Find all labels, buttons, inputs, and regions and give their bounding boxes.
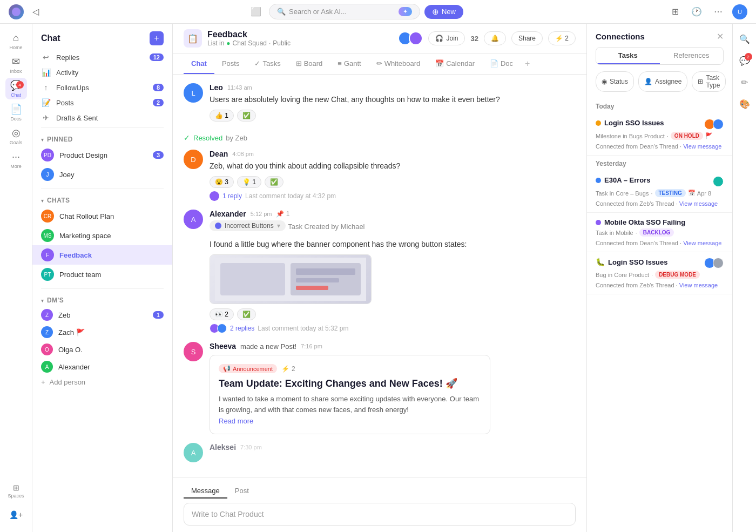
conn-card-e30a-header: E30A – Errors bbox=[596, 176, 724, 187]
grid-icon[interactable]: ⊞ bbox=[667, 4, 683, 19]
filter-status[interactable]: ◉ Status bbox=[596, 71, 634, 92]
dean-reply-info[interactable]: 1 reply Last comment today at 4:32 pm bbox=[210, 191, 576, 201]
task-tag[interactable]: Incorrect Buttons ▾ bbox=[210, 220, 286, 231]
user-avatar[interactable]: U bbox=[732, 4, 747, 19]
visibility-label: Public bbox=[273, 39, 291, 47]
zeb-avatar: Z bbox=[41, 309, 53, 321]
channel-info: Feedback List in ● Chat Squad · Public bbox=[207, 30, 291, 47]
tab-calendar[interactable]: 📅 Calendar bbox=[428, 54, 482, 74]
add-tab-button[interactable]: + bbox=[521, 53, 534, 74]
sidebar-item-goals[interactable]: ◎ Goals bbox=[5, 125, 27, 147]
resolved-by: by Zeb bbox=[226, 134, 247, 142]
input-tab-post[interactable]: Post bbox=[227, 484, 256, 499]
svg-rect-2 bbox=[220, 263, 285, 295]
sidebar-item-activity[interactable]: 📊 Activity bbox=[32, 65, 172, 80]
sidebar-item-spaces[interactable]: ⊞ Spaces bbox=[5, 480, 27, 502]
reaction-check3[interactable]: ✅ bbox=[237, 308, 256, 320]
action-palette-button[interactable]: 🎨 bbox=[736, 95, 753, 112]
sidebar-item-docs[interactable]: 📄 Docs bbox=[5, 102, 27, 123]
app-logo[interactable] bbox=[9, 4, 24, 19]
sidebar-item-home[interactable]: ⌂ Home bbox=[5, 30, 27, 52]
action-search-button[interactable]: 🔍 bbox=[736, 30, 753, 48]
filter-assignee[interactable]: 👤 Assignee bbox=[638, 71, 687, 92]
sidebar-item-inbox[interactable]: ✉ Inbox bbox=[5, 54, 27, 76]
filter-task-type[interactable]: ⊞ Task Type bbox=[692, 71, 726, 92]
tab-board[interactable]: ⊞ Board bbox=[288, 54, 330, 74]
chat-badge: 4 bbox=[16, 81, 24, 89]
pinned-header[interactable]: ▾ Pinned bbox=[32, 132, 172, 145]
action-chat-button[interactable]: 💬 2 bbox=[736, 52, 753, 69]
sheeva-meta: made a new Post! bbox=[240, 342, 296, 351]
follow-button[interactable]: ⚡ 2 bbox=[548, 31, 576, 45]
dean-msg-avatar: D bbox=[184, 150, 203, 169]
docs-icon: 📄 bbox=[10, 103, 22, 115]
reaction-eyes[interactable]: 😮 3 bbox=[210, 176, 234, 188]
tab-gantt[interactable]: ≡ Gantt bbox=[330, 54, 368, 74]
notification-button[interactable]: 🔔 bbox=[484, 31, 506, 45]
dms-header[interactable]: ▾ DM's bbox=[32, 293, 172, 306]
back-btn[interactable]: ◁ bbox=[28, 4, 43, 19]
tab-tasks[interactable]: ✓ Tasks bbox=[247, 54, 288, 74]
apps-icon[interactable]: ⋯ bbox=[711, 4, 726, 19]
chats-header[interactable]: ▾ Chats bbox=[32, 193, 172, 206]
chat-input-area: Message Post Write to Chat Product bbox=[173, 477, 586, 532]
add-person-button[interactable]: + Add person bbox=[32, 375, 172, 389]
add-chat-button[interactable]: + bbox=[150, 31, 164, 45]
message-dean: D Dean 4:08 pm Zeb, what do you think ab… bbox=[184, 150, 576, 201]
connections-close-button[interactable]: ✕ bbox=[717, 31, 724, 42]
dm-item-zeb[interactable]: Z Zeb 1 bbox=[32, 306, 172, 324]
sidebar-item-chat[interactable]: 4 💬 Chat bbox=[5, 78, 27, 99]
alexander-msg-avatar: A bbox=[184, 210, 203, 229]
search-bar[interactable]: 🔍 Search or Ask AI... ✦ bbox=[269, 4, 420, 19]
pinned-item-joey[interactable]: J Joey bbox=[32, 165, 172, 184]
posts-icon: 📝 bbox=[41, 98, 51, 107]
reaction-check2[interactable]: ✅ bbox=[265, 176, 284, 188]
reaction-bulb[interactable]: 💡 1 bbox=[237, 176, 261, 188]
read-more-link[interactable]: Read more bbox=[219, 417, 481, 425]
sidebar-item-drafts[interactable]: ✈ Drafts & Sent bbox=[32, 110, 172, 125]
e30a-av1 bbox=[713, 176, 724, 187]
dm-item-zach[interactable]: Z Zach 🚩 bbox=[32, 324, 172, 341]
conn-tab-references[interactable]: References bbox=[660, 48, 724, 64]
home-label: Home bbox=[9, 45, 22, 50]
chat-item-marketing[interactable]: MS Marketing space bbox=[32, 226, 172, 245]
reaction-eyes2[interactable]: 👀 2 bbox=[210, 308, 234, 320]
conn-tab-tasks[interactable]: Tasks bbox=[596, 48, 660, 64]
sidebar-item-more[interactable]: ··· More bbox=[5, 149, 27, 171]
e30a-view-message[interactable]: View message bbox=[679, 200, 718, 207]
leo-msg-content: Leo 11:43 am Users are absolutely loving… bbox=[210, 83, 576, 122]
view-message-link[interactable]: View message bbox=[683, 143, 721, 150]
alexander-reply-info[interactable]: 2 replies Last comment today at 5:32 pm bbox=[210, 324, 576, 333]
search-input[interactable]: Search or Ask AI... bbox=[289, 8, 395, 16]
chat-item-rollout[interactable]: CR Chat Rollout Plan bbox=[32, 206, 172, 226]
action-edit-button[interactable]: ✏ bbox=[736, 73, 753, 91]
dm-item-alexander[interactable]: A Alexander bbox=[32, 358, 172, 375]
join-button[interactable]: 🎧 Join bbox=[428, 31, 465, 45]
sidebar-item-followups[interactable]: ↑ FollowUps 8 bbox=[32, 80, 172, 95]
tab-chat[interactable]: Chat bbox=[184, 54, 214, 74]
tab-posts[interactable]: Posts bbox=[214, 54, 247, 74]
message-input[interactable]: Write to Chat Product bbox=[184, 503, 576, 526]
product-team-name: Product team bbox=[59, 271, 164, 279]
clock-icon[interactable]: 🕐 bbox=[689, 4, 704, 19]
sidebar-item-add-member[interactable]: 👤+ bbox=[5, 504, 27, 526]
new-plus-icon: ⊕ bbox=[432, 7, 439, 17]
board-icon: ⊞ bbox=[296, 59, 302, 68]
browser-icon[interactable]: ⬜ bbox=[247, 4, 265, 19]
e30a-date: 📅 Apr 8 bbox=[688, 190, 711, 197]
chat-item-product-team[interactable]: PT Product team bbox=[32, 265, 172, 284]
reaction-check[interactable]: ✅ bbox=[237, 110, 256, 122]
tab-whiteboard[interactable]: ✏ Whiteboard bbox=[369, 54, 428, 74]
share-button[interactable]: Share bbox=[511, 31, 543, 45]
okta-view-message[interactable]: View message bbox=[683, 240, 721, 246]
chat-item-feedback[interactable]: F Feedback bbox=[32, 245, 172, 265]
input-tab-message[interactable]: Message bbox=[184, 484, 227, 499]
new-button[interactable]: ⊕ New bbox=[424, 5, 463, 19]
dm-item-olga[interactable]: O Olga O. bbox=[32, 341, 172, 358]
tab-doc[interactable]: 📄 Doc bbox=[482, 54, 521, 74]
reaction-thumbs[interactable]: 👍 1 bbox=[210, 110, 234, 122]
pinned-item-product-design[interactable]: PD Product Design 3 bbox=[32, 145, 172, 165]
sso2-view-message[interactable]: View message bbox=[679, 282, 718, 288]
sidebar-item-posts[interactable]: 📝 Posts 2 bbox=[32, 95, 172, 110]
sidebar-item-replies[interactable]: ↩ Replies 12 bbox=[32, 50, 172, 65]
